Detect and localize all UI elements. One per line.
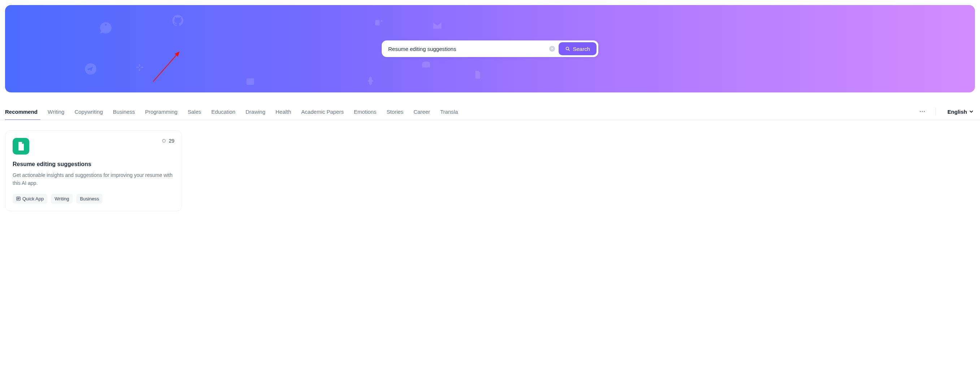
tag-quick-app: Quick App bbox=[13, 194, 47, 204]
svg-rect-1 bbox=[136, 67, 139, 68]
usage-count: 29 bbox=[161, 138, 174, 144]
tag-label: Writing bbox=[54, 196, 69, 202]
card-description: Get actionable insights and suggestions … bbox=[13, 171, 174, 188]
tab-drawing[interactable]: Drawing bbox=[245, 103, 266, 120]
tab-sales[interactable]: Sales bbox=[188, 103, 202, 120]
category-tabs: Recommend Writing Copywriting Business P… bbox=[5, 103, 909, 120]
search-input[interactable] bbox=[388, 46, 546, 52]
tab-recommend[interactable]: Recommend bbox=[5, 103, 38, 120]
category-row: Recommend Writing Copywriting Business P… bbox=[0, 103, 980, 120]
tab-translate[interactable]: Transla bbox=[440, 103, 458, 120]
app-card[interactable]: 29 Resume editing suggestions Get action… bbox=[5, 131, 182, 211]
tab-copywriting[interactable]: Copywriting bbox=[75, 103, 103, 120]
card-title: Resume editing suggestions bbox=[13, 161, 174, 167]
card-header: 29 bbox=[13, 138, 174, 154]
chevron-down-icon bbox=[969, 110, 974, 114]
discord-icon bbox=[420, 59, 433, 72]
tab-emotions[interactable]: Emotions bbox=[354, 103, 377, 120]
github-icon bbox=[171, 14, 185, 27]
svg-point-9 bbox=[566, 47, 569, 50]
svg-rect-2 bbox=[141, 67, 144, 68]
sparkle-icon bbox=[161, 138, 167, 143]
hero-banner: ✕ Search bbox=[5, 5, 975, 92]
svg-rect-5 bbox=[247, 78, 254, 85]
teams-icon bbox=[373, 18, 384, 28]
slack-icon bbox=[134, 62, 145, 73]
tag-writing: Writing bbox=[51, 194, 73, 204]
tab-business[interactable]: Business bbox=[113, 103, 135, 120]
tab-career[interactable]: Career bbox=[414, 103, 430, 120]
excel-icon bbox=[245, 76, 255, 87]
svg-line-8 bbox=[153, 52, 179, 81]
tab-education[interactable]: Education bbox=[211, 103, 235, 120]
close-icon: ✕ bbox=[550, 47, 554, 51]
tag-business: Business bbox=[76, 194, 103, 204]
svg-point-7 bbox=[380, 20, 382, 22]
app-icon bbox=[16, 196, 21, 201]
tab-writing[interactable]: Writing bbox=[48, 103, 64, 120]
openai-icon bbox=[365, 75, 376, 86]
tab-health[interactable]: Health bbox=[275, 103, 291, 120]
language-select[interactable]: English bbox=[946, 103, 975, 120]
search-button-label: Search bbox=[573, 46, 590, 52]
search-bar: ✕ Search bbox=[382, 40, 598, 57]
tab-programming[interactable]: Programming bbox=[145, 103, 178, 120]
results-grid: 29 Resume editing suggestions Get action… bbox=[0, 120, 980, 221]
tab-academic-papers[interactable]: Academic Papers bbox=[301, 103, 344, 120]
tab-stories[interactable]: Stories bbox=[387, 103, 403, 120]
more-tabs-button[interactable]: ··· bbox=[920, 103, 925, 120]
sheets-icon bbox=[473, 69, 482, 80]
search-button[interactable]: Search bbox=[558, 42, 597, 55]
telegram-icon bbox=[84, 62, 97, 76]
count-value: 29 bbox=[169, 138, 174, 144]
svg-line-10 bbox=[569, 49, 570, 51]
svg-rect-3 bbox=[139, 64, 140, 67]
clear-button[interactable]: ✕ bbox=[549, 46, 555, 52]
svg-rect-6 bbox=[375, 20, 380, 25]
annotation-arrow bbox=[150, 46, 186, 86]
gmail-icon bbox=[431, 19, 444, 32]
divider bbox=[935, 108, 936, 116]
card-tags: Quick App Writing Business bbox=[13, 194, 174, 204]
search-icon bbox=[565, 46, 571, 52]
tag-label: Quick App bbox=[22, 196, 44, 202]
svg-rect-4 bbox=[139, 68, 140, 72]
document-icon bbox=[13, 138, 29, 154]
language-label: English bbox=[948, 109, 967, 115]
tag-label: Business bbox=[80, 196, 99, 202]
whatsapp-icon bbox=[99, 21, 113, 35]
